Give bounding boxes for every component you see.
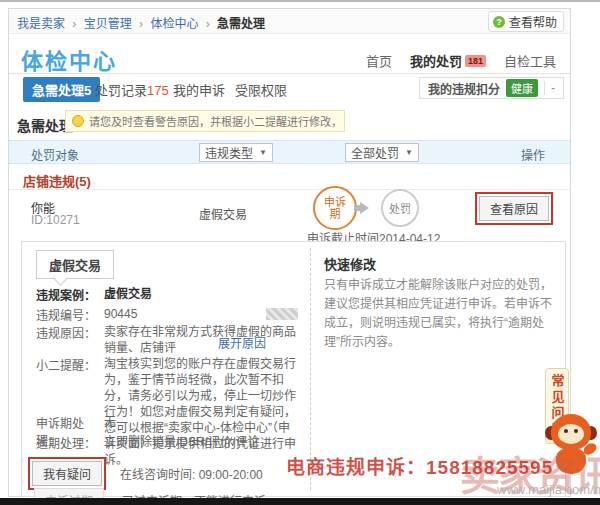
consult-time-note: 在线咨询时间: 09:00-20:00 — [120, 465, 263, 482]
column-penalty-object: 处罚对象 — [31, 146, 79, 163]
warning-notice-text: 请您及时查看警告原因，并根据小二提醒进行修改，避免被处罚。 — [89, 113, 338, 129]
case-row: 违规案例： 虚假交易 — [36, 286, 300, 303]
breadcrumb-separator: › — [139, 17, 143, 31]
chevron-down-icon: ▼ — [405, 148, 413, 157]
table-header-row: 处罚对象 违规类型 ▼ 全部处罚 ▼ 操作 — [9, 140, 570, 164]
penalty-stage-label: 处罚 — [389, 200, 411, 216]
view-reason-highlight: 查看原因 — [475, 192, 553, 225]
top-divider — [0, 0, 600, 2]
page-title: 体检中心 — [21, 43, 117, 75]
header-nav: 首页 我的处罚181 自检工具 — [366, 51, 556, 70]
tab-urgent[interactable]: 急需处理5 — [23, 77, 100, 102]
tab-bar: 急需处理5 处罚记录175 我的申诉 受限权限 我的违规扣分 健康 - — [9, 74, 570, 104]
faq-side-tab[interactable]: 常见问题 — [545, 368, 569, 444]
reminder-row: 小二提醒： 淘宝核实到您的账户存在虚假交易行为，鉴于情节尚轻微，此次暂不扣分，请… — [36, 356, 300, 468]
quick-fix-title: 快速修改 — [324, 254, 376, 273]
expand-reason-link[interactable]: 展开原因 — [218, 334, 266, 351]
mascot-ear — [585, 426, 597, 440]
nav-my-penalty[interactable]: 我的处罚181 — [410, 51, 486, 70]
tab-restricted-permissions-label: 受限权限 — [235, 83, 287, 98]
view-help-button[interactable]: ? 查看帮助 — [488, 11, 564, 32]
breadcrumb-separator: › — [72, 17, 76, 31]
appeal-period-label: 申诉期 — [322, 196, 348, 220]
nav-my-penalty-label: 我的处罚 — [410, 54, 462, 69]
tab-restricted-permissions[interactable]: 受限权限 — [235, 80, 287, 99]
violation-score-label: 我的违规扣分 — [428, 80, 500, 97]
shop-id: ID:10271 — [31, 213, 80, 227]
nav-self-check[interactable]: 自检工具 — [504, 51, 556, 70]
redaction-mosaic — [266, 308, 298, 320]
bulb-icon — [72, 115, 84, 127]
overdue-handling-label: 逾期处理： — [36, 434, 104, 451]
have-question-button[interactable]: 我有疑问 — [32, 461, 102, 486]
all-penalties-select-value: 全部处罚 — [351, 144, 399, 161]
breadcrumb-seller[interactable]: 我是卖家 — [17, 17, 65, 31]
breadcrumb-bar: 我是卖家 › 宝贝管理 › 体检中心 › 急需处理 ? 查看帮助 — [9, 9, 570, 34]
question-highlight: 我有疑问 — [28, 457, 106, 490]
panel-divider — [310, 248, 311, 490]
view-help-label: 查看帮助 — [509, 13, 557, 30]
health-status-badge: 健康 — [506, 79, 538, 97]
collapse-toggle[interactable]: - — [544, 81, 555, 95]
penalty-count-badge: 181 — [465, 55, 486, 67]
violation-score-widget[interactable]: 我的违规扣分 健康 - — [419, 77, 564, 99]
section-divider — [9, 189, 570, 190]
breadcrumb-item-management[interactable]: 宝贝管理 — [84, 17, 132, 31]
reminder-label: 小二提醒： — [36, 356, 104, 468]
main-container: 我是卖家 › 宝贝管理 › 体检中心 › 急需处理 ? 查看帮助 体检中心 首页… — [8, 8, 571, 497]
violation-type-cell: 虚假交易 — [199, 205, 247, 222]
all-penalties-select[interactable]: 全部处罚 ▼ — [345, 143, 419, 162]
appeal-period-stage: 申诉期 — [313, 186, 357, 230]
quick-fix-text: 只有申诉成立才能解除该账户对应的处罚，建议您提供其相应凭证进行申诉。若申诉不成立… — [324, 276, 552, 352]
reason-label: 违规原因： — [36, 324, 104, 356]
code-label: 违规编号： — [36, 306, 104, 323]
mascot-arm — [581, 441, 598, 457]
violation-type-select-value: 违规类型 — [205, 144, 253, 161]
case-label: 违规案例： — [36, 286, 104, 303]
mascot-eye — [574, 429, 578, 433]
bottom-bar — [0, 498, 600, 505]
overdue-handling-value: 立即删除销量/DSR/评价/评论 — [104, 434, 300, 451]
tab-urgent-label: 急需处理 — [32, 83, 84, 98]
breadcrumb-separator: › — [206, 17, 210, 31]
tab-penalty-records-label: 处罚记录 — [95, 83, 147, 98]
nav-home[interactable]: 首页 — [366, 51, 392, 70]
reminder-value: 淘宝核实到您的账户存在虚假交易行为，鉴于情节尚轻微，此次暂不扣分，请务必引以为戒… — [104, 356, 300, 468]
question-row: 我有疑问 在线咨询时间: 09:00-20:00 — [28, 457, 263, 490]
tab-penalty-records[interactable]: 处罚记录175 — [95, 80, 169, 99]
case-value: 虚假交易 — [104, 286, 300, 303]
reason-value: 卖家存在非常规方式获得虚假的商品销量、店铺评 — [104, 324, 300, 356]
violation-type-select[interactable]: 违规类型 ▼ — [199, 143, 273, 162]
overdue-handling-row: 逾期处理： 立即删除销量/DSR/评价/评论 — [36, 434, 300, 451]
tab-urgent-count: 5 — [84, 83, 91, 98]
view-reason-button[interactable]: 查看原因 — [479, 196, 549, 221]
column-action: 操作 — [521, 146, 545, 163]
code-row: 违规编号： 90445 — [36, 306, 300, 323]
violation-detail-panel: 虚假交易 违规案例： 虚假交易 违规编号： 90445 违规原因： 卖家存在非常… — [21, 241, 566, 497]
shop-violation-section-title: 店铺违规(5) — [23, 171, 91, 190]
warning-notice: 请您及时查看警告原因，并根据小二提醒进行修改，避免被处罚。 — [65, 110, 345, 132]
chevron-down-icon: ▼ — [259, 148, 267, 157]
arrow-icon — [360, 202, 369, 214]
tab-my-appeals-label: 我的申诉 — [173, 83, 225, 98]
penalty-stage: 处罚 — [381, 189, 419, 227]
question-circle-icon: ? — [493, 16, 505, 28]
breadcrumb: 我是卖家 › 宝贝管理 › 体检中心 › 急需处理 — [17, 14, 265, 31]
violation-tag[interactable]: 虚假交易 — [36, 250, 114, 279]
breadcrumb-current: 急需处理 — [217, 17, 265, 31]
breadcrumb-health-center[interactable]: 体检中心 — [150, 17, 198, 31]
tab-my-appeals[interactable]: 我的申诉 — [173, 80, 225, 99]
tab-penalty-records-count: 175 — [147, 83, 169, 98]
